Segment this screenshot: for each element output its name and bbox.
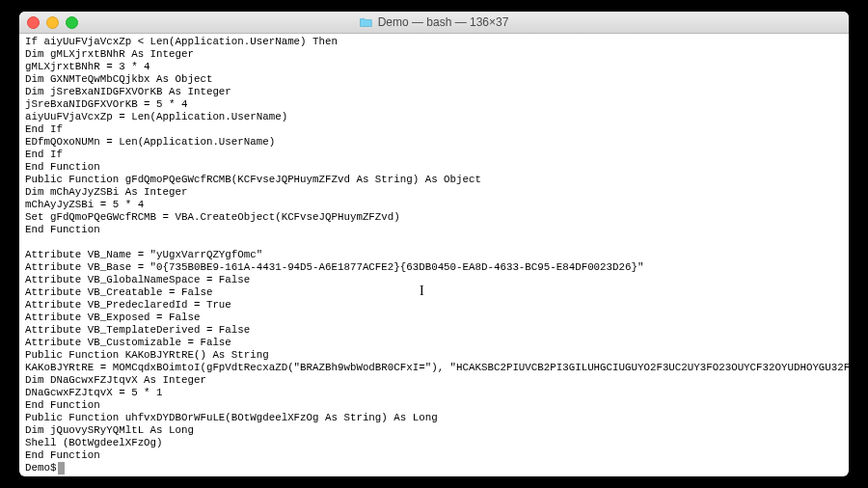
titlebar[interactable]: Demo — bash — 136×37 [19, 12, 849, 34]
minimize-icon[interactable] [46, 16, 59, 29]
cursor-icon [58, 462, 65, 474]
terminal-output: If aiyUuFVjaVcxZp < Len(Application.User… [25, 36, 843, 462]
prompt-text: Demo$ [25, 462, 56, 474]
folder-icon [360, 17, 372, 27]
terminal-body[interactable]: If aiyUuFVjaVcxZp < Len(Application.User… [19, 34, 849, 476]
window-title: Demo — bash — 136×37 [19, 15, 849, 29]
zoom-icon[interactable] [66, 16, 78, 29]
terminal-window: Demo — bash — 136×37 If aiyUuFVjaVcxZp <… [19, 12, 849, 476]
window-controls [27, 16, 78, 29]
window-title-text: Demo — bash — 136×37 [378, 15, 509, 29]
prompt-line[interactable]: Demo$ [25, 462, 843, 474]
close-icon[interactable] [27, 16, 40, 29]
